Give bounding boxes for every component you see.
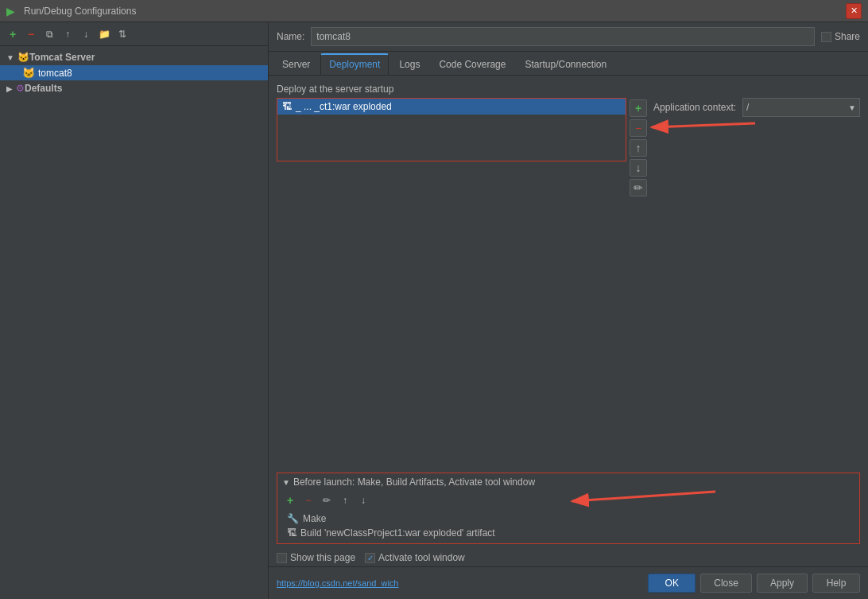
show-page-checkbox[interactable] (277, 553, 287, 563)
deploy-move-down-button[interactable]: ↓ (630, 159, 647, 177)
bl-item-make[interactable]: 🔧 Make (284, 511, 853, 526)
help-button[interactable]: Help (812, 574, 860, 593)
tab-logs[interactable]: Logs (390, 54, 428, 75)
tomcat8-icon: 🐱 (22, 67, 35, 79)
deploy-section-label: Deploy at the server startup (277, 84, 860, 95)
tabs-bar: Server Deployment Logs Code Coverage Sta… (269, 52, 868, 76)
dropdown-arrow-icon: ▼ (848, 103, 856, 112)
bottom-options: Show this page ✓ Activate tool window (269, 549, 868, 566)
before-launch-arrow: ▼ (282, 478, 290, 487)
make-icon: 🔧 (287, 513, 299, 524)
tomcat8-label: tomcat8 (38, 68, 72, 79)
deploy-section: Deploy at the server startup 🏗 _ ... _ct… (277, 84, 860, 196)
copy-config-button[interactable]: ⧉ (41, 26, 57, 42)
deploy-buttons: + − ↑ ↓ ✏ (630, 98, 647, 196)
activate-tool-checkbox[interactable]: ✓ (365, 553, 375, 563)
defaults-icon: ⚙ (16, 83, 25, 94)
deploy-row: 🏗 _ ... _ct1:war exploded + − ↑ ↓ ✏ (277, 98, 860, 196)
tree-category-tomcat[interactable]: ▼ 🐱 Tomcat Server (0, 49, 268, 65)
defaults-expand-arrow: ▶ (6, 84, 13, 93)
tree-item-tomcat8[interactable]: 🐱 tomcat8 (0, 65, 268, 80)
remove-config-button[interactable]: − (23, 26, 39, 42)
sort-button[interactable]: ⇅ (114, 26, 130, 42)
move-down-button[interactable]: ↓ (78, 26, 94, 42)
deploy-remove-button[interactable]: − (630, 119, 647, 137)
name-row: Name: Share (269, 22, 868, 52)
tab-startup-connection[interactable]: Startup/Connection (516, 54, 615, 75)
right-panel: Name: Share Server Deployment Logs Code … (269, 22, 868, 599)
before-launch-items: 🔧 Make 🏗 Build 'newClassProject1:war exp… (277, 510, 859, 543)
before-launch-section: ▼ Before launch: Make, Build Artifacts, … (277, 473, 860, 544)
tab-server[interactable]: Server (273, 54, 319, 75)
footer-link[interactable]: https://blog.csdn.net/sand_wich (277, 578, 398, 588)
activate-tool-option[interactable]: ✓ Activate tool window (365, 552, 465, 563)
build-artifact-label: Build 'newClassProject1:war exploded' ar… (300, 527, 495, 539)
ok-button[interactable]: OK (648, 574, 696, 593)
main-container: + − ⧉ ↑ ↓ 📁 ⇅ ▼ 🐱 Tomcat Server 🐱 tomcat… (0, 22, 868, 599)
bl-edit-button[interactable]: ✏ (319, 492, 335, 508)
config-tree: ▼ 🐱 Tomcat Server 🐱 tomcat8 ▶ ⚙ Defaults (0, 46, 268, 599)
app-context-select[interactable]: / ▼ (742, 98, 860, 117)
folder-button[interactable]: 📁 (96, 26, 112, 42)
name-label: Name: (277, 31, 304, 42)
apply-button[interactable]: Apply (757, 574, 808, 593)
add-config-button[interactable]: + (5, 26, 21, 42)
app-context-value: / (746, 102, 749, 113)
tomcat-category-icon: 🐱 (17, 52, 29, 63)
bl-remove-button[interactable]: − (300, 492, 316, 508)
spacer (277, 203, 860, 465)
deploy-list-item[interactable]: 🏗 _ ... _ct1:war exploded (277, 99, 626, 115)
footer: https://blog.csdn.net/sand_wich OK Close… (269, 566, 868, 599)
tab-deployment[interactable]: Deployment (320, 53, 389, 75)
show-page-option[interactable]: Show this page (277, 552, 355, 563)
deploy-list: 🏗 _ ... _ct1:war exploded (277, 98, 626, 161)
expand-arrow: ▼ (6, 53, 14, 62)
before-launch-label: Before launch: Make, Build Artifacts, Ac… (293, 476, 535, 488)
move-up-button[interactable]: ↑ (60, 26, 76, 42)
deploy-move-up-button[interactable]: ↑ (630, 139, 647, 157)
deploy-col: 🏗 _ ... _ct1:war exploded + − ↑ ↓ ✏ (277, 98, 647, 196)
artifact-icon: 🏗 (282, 101, 292, 112)
bl-item-build-artifact[interactable]: 🏗 Build 'newClassProject1:war exploded' … (284, 526, 853, 540)
app-context-area: Application context: / ▼ (653, 98, 860, 117)
left-panel: + − ⧉ ↑ ↓ 📁 ⇅ ▼ 🐱 Tomcat Server 🐱 tomcat… (0, 22, 269, 599)
bl-move-down-button[interactable]: ↓ (355, 492, 371, 508)
deploy-edit-button[interactable]: ✏ (630, 179, 647, 196)
title-bar: ▶ Run/Debug Configurations ✕ (0, 0, 868, 22)
window-title: Run/Debug Configurations (24, 6, 846, 17)
close-dialog-button[interactable]: Close (700, 574, 752, 593)
main-window: ▶ Run/Debug Configurations ✕ + − ⧉ ↑ ↓ 📁… (0, 0, 868, 599)
make-label: Make (303, 513, 326, 524)
activate-tool-label: Activate tool window (378, 552, 465, 563)
bl-add-button[interactable]: + (282, 492, 298, 508)
show-page-label: Show this page (290, 552, 355, 563)
deploy-add-button[interactable]: + (630, 99, 647, 117)
left-toolbar: + − ⧉ ↑ ↓ 📁 ⇅ (0, 22, 268, 46)
app-context-row: Application context: / ▼ (653, 98, 860, 117)
share-label: Share (835, 31, 860, 42)
before-launch-header: ▼ Before launch: Make, Build Artifacts, … (277, 473, 859, 491)
close-button[interactable]: ✕ (846, 3, 862, 19)
defaults-label: Defaults (25, 83, 62, 94)
share-checkbox[interactable] (821, 32, 831, 42)
tomcat-category-label: Tomcat Server (29, 52, 95, 63)
window-icon: ▶ (6, 5, 19, 18)
name-input[interactable] (311, 27, 815, 46)
bl-move-up-button[interactable]: ↑ (337, 492, 353, 508)
tree-category-defaults[interactable]: ▶ ⚙ Defaults (0, 80, 268, 96)
share-area: Share (821, 31, 860, 42)
build-artifact-icon: 🏗 (287, 527, 296, 539)
before-launch-toolbar: + − ✏ ↑ ↓ (277, 491, 859, 510)
artifact-label: _ ... _ct1:war exploded (296, 101, 392, 112)
app-context-label: Application context: (653, 102, 736, 113)
tab-code-coverage[interactable]: Code Coverage (430, 54, 514, 75)
deployment-content: Deploy at the server startup 🏗 _ ... _ct… (269, 76, 868, 473)
